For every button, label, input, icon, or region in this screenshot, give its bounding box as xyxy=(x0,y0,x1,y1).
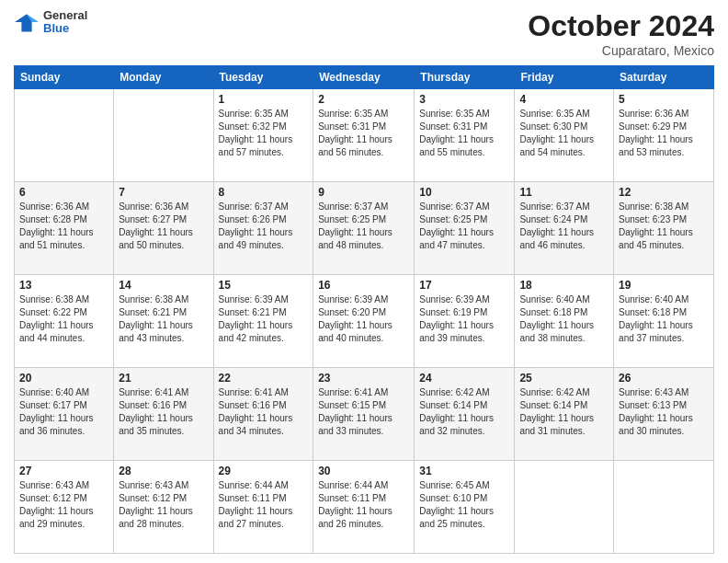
weekday-header-sunday: Sunday xyxy=(15,66,114,89)
header: General Blue October 2024 Cuparataro, Me… xyxy=(14,9,714,58)
calendar-cell: 5Sunrise: 6:36 AMSunset: 6:29 PMDaylight… xyxy=(614,89,714,182)
day-number: 31 xyxy=(419,465,509,477)
weekday-header-tuesday: Tuesday xyxy=(213,66,313,89)
day-info: Sunrise: 6:36 AMSunset: 6:29 PMDaylight:… xyxy=(619,108,709,159)
calendar: SundayMondayTuesdayWednesdayThursdayFrid… xyxy=(14,65,714,554)
page: General Blue October 2024 Cuparataro, Me… xyxy=(0,0,728,563)
day-info: Sunrise: 6:39 AMSunset: 6:21 PMDaylight:… xyxy=(219,293,309,345)
day-info: Sunrise: 6:42 AMSunset: 6:14 PMDaylight:… xyxy=(519,386,609,438)
day-number: 26 xyxy=(619,372,709,385)
day-info: Sunrise: 6:41 AMSunset: 6:16 PMDaylight:… xyxy=(119,386,208,438)
calendar-cell: 29Sunrise: 6:44 AMSunset: 6:11 PMDayligh… xyxy=(213,461,313,554)
day-info: Sunrise: 6:40 AMSunset: 6:18 PMDaylight:… xyxy=(619,293,709,345)
day-number: 14 xyxy=(119,279,208,292)
logo-general: General xyxy=(43,9,87,22)
title-location: Cuparataro, Mexico xyxy=(528,43,714,58)
day-info: Sunrise: 6:35 AMSunset: 6:32 PMDaylight:… xyxy=(219,108,309,159)
weekday-header-saturday: Saturday xyxy=(614,66,714,89)
day-info: Sunrise: 6:40 AMSunset: 6:18 PMDaylight:… xyxy=(519,293,609,345)
day-info: Sunrise: 6:38 AMSunset: 6:22 PMDaylight:… xyxy=(19,293,108,345)
day-info: Sunrise: 6:36 AMSunset: 6:28 PMDaylight:… xyxy=(19,201,108,252)
calendar-week-2: 6Sunrise: 6:36 AMSunset: 6:28 PMDaylight… xyxy=(15,182,714,275)
calendar-cell: 30Sunrise: 6:44 AMSunset: 6:11 PMDayligh… xyxy=(313,461,415,554)
day-number: 9 xyxy=(318,186,409,199)
weekday-header-monday: Monday xyxy=(114,66,213,89)
calendar-cell: 17Sunrise: 6:39 AMSunset: 6:19 PMDayligh… xyxy=(415,275,515,368)
weekday-header-wednesday: Wednesday xyxy=(313,66,415,89)
day-number: 18 xyxy=(519,279,609,292)
logo-blue: Blue xyxy=(43,22,87,35)
day-info: Sunrise: 6:38 AMSunset: 6:23 PMDaylight:… xyxy=(619,201,709,252)
svg-marker-0 xyxy=(15,15,38,32)
calendar-cell: 28Sunrise: 6:43 AMSunset: 6:12 PMDayligh… xyxy=(114,461,213,554)
day-number: 11 xyxy=(519,186,609,199)
calendar-cell: 14Sunrise: 6:38 AMSunset: 6:21 PMDayligh… xyxy=(114,275,213,368)
calendar-cell: 18Sunrise: 6:40 AMSunset: 6:18 PMDayligh… xyxy=(515,275,614,368)
day-info: Sunrise: 6:43 AMSunset: 6:13 PMDaylight:… xyxy=(619,386,709,438)
day-number: 13 xyxy=(19,279,108,292)
day-number: 24 xyxy=(419,372,509,385)
day-number: 27 xyxy=(19,465,108,477)
calendar-cell: 22Sunrise: 6:41 AMSunset: 6:16 PMDayligh… xyxy=(213,368,313,461)
day-number: 25 xyxy=(519,372,609,385)
day-number: 16 xyxy=(318,279,409,292)
title-month: October 2024 xyxy=(528,9,714,43)
calendar-cell: 13Sunrise: 6:38 AMSunset: 6:22 PMDayligh… xyxy=(15,275,114,368)
day-info: Sunrise: 6:37 AMSunset: 6:26 PMDaylight:… xyxy=(219,201,309,252)
calendar-cell: 21Sunrise: 6:41 AMSunset: 6:16 PMDayligh… xyxy=(114,368,213,461)
calendar-cell: 10Sunrise: 6:37 AMSunset: 6:25 PMDayligh… xyxy=(415,182,515,275)
weekday-header-friday: Friday xyxy=(515,66,614,89)
day-number: 3 xyxy=(419,93,509,106)
day-info: Sunrise: 6:39 AMSunset: 6:19 PMDaylight:… xyxy=(419,293,509,345)
day-info: Sunrise: 6:42 AMSunset: 6:14 PMDaylight:… xyxy=(419,386,509,438)
day-number: 5 xyxy=(619,93,709,106)
day-info: Sunrise: 6:43 AMSunset: 6:12 PMDaylight:… xyxy=(119,479,208,531)
logo-text: General Blue xyxy=(43,9,87,36)
day-number: 15 xyxy=(219,279,309,292)
calendar-week-3: 13Sunrise: 6:38 AMSunset: 6:22 PMDayligh… xyxy=(15,275,714,368)
calendar-cell: 3Sunrise: 6:35 AMSunset: 6:31 PMDaylight… xyxy=(415,89,515,182)
calendar-cell: 25Sunrise: 6:42 AMSunset: 6:14 PMDayligh… xyxy=(515,368,614,461)
day-info: Sunrise: 6:35 AMSunset: 6:30 PMDaylight:… xyxy=(519,108,609,159)
day-info: Sunrise: 6:37 AMSunset: 6:25 PMDaylight:… xyxy=(419,201,509,252)
calendar-cell: 15Sunrise: 6:39 AMSunset: 6:21 PMDayligh… xyxy=(213,275,313,368)
day-number: 29 xyxy=(219,465,309,477)
calendar-cell: 27Sunrise: 6:43 AMSunset: 6:12 PMDayligh… xyxy=(15,461,114,554)
day-info: Sunrise: 6:45 AMSunset: 6:10 PMDaylight:… xyxy=(419,479,509,531)
calendar-cell: 11Sunrise: 6:37 AMSunset: 6:24 PMDayligh… xyxy=(515,182,614,275)
calendar-cell: 16Sunrise: 6:39 AMSunset: 6:20 PMDayligh… xyxy=(313,275,415,368)
day-number: 19 xyxy=(619,279,709,292)
logo-bird-icon xyxy=(14,9,40,35)
day-number: 21 xyxy=(119,372,208,385)
day-number: 4 xyxy=(519,93,609,106)
calendar-cell xyxy=(15,89,114,182)
day-info: Sunrise: 6:44 AMSunset: 6:11 PMDaylight:… xyxy=(219,479,309,531)
day-number: 20 xyxy=(19,372,108,385)
calendar-cell xyxy=(114,89,213,182)
day-info: Sunrise: 6:40 AMSunset: 6:17 PMDaylight:… xyxy=(19,386,108,438)
day-info: Sunrise: 6:37 AMSunset: 6:25 PMDaylight:… xyxy=(318,201,409,252)
calendar-week-5: 27Sunrise: 6:43 AMSunset: 6:12 PMDayligh… xyxy=(15,461,714,554)
day-number: 10 xyxy=(419,186,509,199)
calendar-cell: 2Sunrise: 6:35 AMSunset: 6:31 PMDaylight… xyxy=(313,89,415,182)
day-number: 28 xyxy=(119,465,208,477)
day-info: Sunrise: 6:44 AMSunset: 6:11 PMDaylight:… xyxy=(318,479,409,531)
day-number: 1 xyxy=(219,93,309,106)
day-info: Sunrise: 6:37 AMSunset: 6:24 PMDaylight:… xyxy=(519,201,609,252)
day-info: Sunrise: 6:35 AMSunset: 6:31 PMDaylight:… xyxy=(318,108,409,159)
calendar-cell: 7Sunrise: 6:36 AMSunset: 6:27 PMDaylight… xyxy=(114,182,213,275)
day-number: 12 xyxy=(619,186,709,199)
day-number: 8 xyxy=(219,186,309,199)
weekday-header-row: SundayMondayTuesdayWednesdayThursdayFrid… xyxy=(15,66,714,89)
calendar-cell: 6Sunrise: 6:36 AMSunset: 6:28 PMDaylight… xyxy=(15,182,114,275)
calendar-cell: 24Sunrise: 6:42 AMSunset: 6:14 PMDayligh… xyxy=(415,368,515,461)
day-info: Sunrise: 6:35 AMSunset: 6:31 PMDaylight:… xyxy=(419,108,509,159)
weekday-header-thursday: Thursday xyxy=(415,66,515,89)
day-number: 2 xyxy=(318,93,409,106)
calendar-week-4: 20Sunrise: 6:40 AMSunset: 6:17 PMDayligh… xyxy=(15,368,714,461)
day-number: 30 xyxy=(318,465,409,477)
day-info: Sunrise: 6:39 AMSunset: 6:20 PMDaylight:… xyxy=(318,293,409,345)
calendar-cell: 26Sunrise: 6:43 AMSunset: 6:13 PMDayligh… xyxy=(614,368,714,461)
day-number: 22 xyxy=(219,372,309,385)
day-info: Sunrise: 6:38 AMSunset: 6:21 PMDaylight:… xyxy=(119,293,208,345)
